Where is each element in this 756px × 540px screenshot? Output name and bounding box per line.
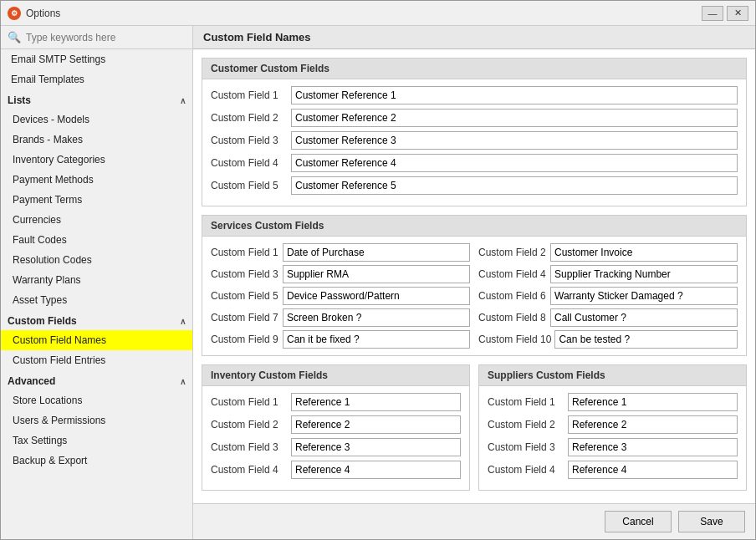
sidebar-item-asset-types[interactable]: Asset Types [1, 290, 192, 310]
main-header: Custom Field Names [193, 26, 755, 49]
suppliers-field-input-2[interactable] [568, 415, 738, 434]
services-field-input-2[interactable] [550, 243, 738, 262]
save-button[interactable]: Save [678, 511, 745, 532]
suppliers-field-input-3[interactable] [568, 438, 738, 456]
sidebar-item-custom-field-names[interactable]: Custom Field Names [1, 330, 192, 350]
suppliers-section-body: Custom Field 1 Custom Field 2 Custom Fie… [479, 386, 746, 490]
sidebar-item-brands-makes[interactable]: Brands - Makes [1, 130, 192, 150]
services-field-input-6[interactable] [550, 287, 738, 305]
bottom-panels: Inventory Custom Fields Custom Field 1 C… [202, 364, 747, 491]
services-field-label-1: Custom Field 1 [211, 247, 279, 258]
sidebar-item-backup-export[interactable]: Backup & Export [1, 451, 192, 471]
customer-section-body: Custom Field 1 Custom Field 2 Custom Fie… [202, 79, 746, 206]
services-custom-fields-panel: Services Custom Fields Custom Field 1 Cu… [202, 215, 747, 356]
services-field-row-5: Custom Field 5 [211, 287, 470, 305]
advanced-arrow-icon: ∧ [180, 377, 186, 386]
suppliers-field-label-1: Custom Field 1 [488, 396, 563, 408]
sidebar-item-inventory-categories[interactable]: Inventory Categories [1, 150, 192, 170]
customer-field-row-2: Custom Field 2 [211, 109, 738, 127]
inventory-field-row-2: Custom Field 2 [211, 415, 461, 434]
suppliers-custom-fields-panel: Suppliers Custom Fields Custom Field 1 C… [478, 364, 747, 491]
customer-field-label-1: Custom Field 1 [211, 89, 286, 101]
sidebar-item-resolution-codes[interactable]: Resolution Codes [1, 250, 192, 270]
inventory-field-input-4[interactable] [291, 461, 461, 479]
sidebar-item-payment-methods[interactable]: Payment Methods [1, 170, 192, 190]
inventory-field-label-1: Custom Field 1 [211, 396, 286, 408]
customer-field-input-4[interactable] [291, 154, 738, 172]
customer-field-row-3: Custom Field 3 [211, 131, 738, 150]
services-field-row-10: Custom Field 10 [478, 330, 738, 349]
inventory-field-input-3[interactable] [291, 438, 461, 456]
inventory-section-body: Custom Field 1 Custom Field 2 Custom Fie… [202, 386, 469, 490]
services-field-input-3[interactable] [283, 265, 470, 283]
sidebar-item-email-smtp[interactable]: Email SMTP Settings [1, 49, 192, 69]
services-field-input-10[interactable] [554, 330, 738, 349]
customer-field-input-5[interactable] [291, 176, 738, 195]
sidebar-section-advanced[interactable]: Advanced ∧ [1, 370, 192, 390]
customer-field-row-5: Custom Field 5 [211, 176, 738, 195]
services-field-label-8: Custom Field 8 [478, 312, 547, 323]
sidebar-item-fault-codes[interactable]: Fault Codes [1, 230, 192, 250]
sidebar-item-custom-field-entries[interactable]: Custom Field Entries [1, 350, 192, 370]
services-field-input-1[interactable] [283, 243, 470, 262]
customer-field-row-4: Custom Field 4 [211, 154, 738, 172]
suppliers-field-row-4: Custom Field 4 [488, 461, 738, 479]
inventory-field-label-4: Custom Field 4 [211, 464, 286, 476]
services-field-input-9[interactable] [283, 330, 470, 349]
sidebar-item-devices-models[interactable]: Devices - Models [1, 110, 192, 130]
inventory-field-label-3: Custom Field 3 [211, 441, 286, 453]
suppliers-field-input-1[interactable] [568, 393, 738, 411]
customer-custom-fields-panel: Customer Custom Fields Custom Field 1 Cu… [202, 58, 747, 206]
suppliers-section-header: Suppliers Custom Fields [479, 365, 746, 386]
sidebar-item-store-locations[interactable]: Store Locations [1, 390, 192, 410]
services-field-input-7[interactable] [283, 308, 470, 327]
services-field-input-5[interactable] [283, 287, 470, 305]
services-field-row-3: Custom Field 3 [211, 265, 470, 283]
sidebar-section-custom-fields[interactable]: Custom Fields ∧ [1, 310, 192, 330]
content-area: Customer Custom Fields Custom Field 1 Cu… [193, 49, 755, 503]
customer-field-label-2: Custom Field 2 [211, 112, 286, 124]
sidebar-section-lists-label: Lists [8, 94, 31, 106]
cancel-button[interactable]: Cancel [605, 511, 672, 532]
services-field-label-6: Custom Field 6 [478, 290, 547, 302]
sidebar-item-warranty-plans[interactable]: Warranty Plans [1, 270, 192, 290]
inventory-field-row-3: Custom Field 3 [211, 438, 461, 456]
inventory-field-label-2: Custom Field 2 [211, 419, 286, 430]
services-grid: Custom Field 1 Custom Field 2 Custom Fie… [211, 243, 738, 349]
customer-field-input-1[interactable] [291, 86, 738, 104]
services-field-input-4[interactable] [550, 265, 738, 283]
customer-section-header: Customer Custom Fields [202, 59, 746, 79]
sidebar-section-custom-fields-label: Custom Fields [8, 315, 77, 327]
search-icon: 🔍 [8, 31, 21, 43]
inventory-field-input-2[interactable] [291, 415, 461, 434]
services-field-row-6: Custom Field 6 [478, 287, 738, 305]
suppliers-field-input-4[interactable] [568, 461, 738, 479]
services-field-label-2: Custom Field 2 [478, 247, 547, 258]
sidebar-item-payment-terms[interactable]: Payment Terms [1, 190, 192, 210]
inventory-field-row-4: Custom Field 4 [211, 461, 461, 479]
minimize-button[interactable]: — [702, 6, 723, 21]
services-field-input-8[interactable] [550, 308, 738, 327]
customer-field-input-3[interactable] [291, 131, 738, 150]
sidebar-section-lists[interactable]: Lists ∧ [1, 89, 192, 110]
inventory-custom-fields-panel: Inventory Custom Fields Custom Field 1 C… [202, 364, 470, 491]
services-field-label-4: Custom Field 4 [478, 268, 547, 280]
customer-field-input-2[interactable] [291, 109, 738, 127]
suppliers-field-label-4: Custom Field 4 [488, 464, 563, 476]
inventory-section-header: Inventory Custom Fields [202, 365, 469, 386]
sidebar-item-email-templates[interactable]: Email Templates [1, 69, 192, 89]
services-field-row-2: Custom Field 2 [478, 243, 738, 262]
sidebar-item-currencies[interactable]: Currencies [1, 210, 192, 230]
sidebar-item-tax-settings[interactable]: Tax Settings [1, 430, 192, 451]
lists-arrow-icon: ∧ [180, 96, 186, 105]
window-title: Options [26, 8, 702, 19]
sidebar-scroll-wrapper: Email SMTP Settings Email Templates List… [1, 49, 192, 539]
search-input[interactable] [26, 32, 186, 43]
services-field-row-7: Custom Field 7 [211, 308, 470, 327]
main-window: ⚙ Options — ✕ 🔍 Email SMTP Settings Emai… [0, 0, 756, 540]
inventory-field-input-1[interactable] [291, 393, 461, 411]
close-button[interactable]: ✕ [727, 6, 748, 21]
sidebar-item-users-permissions[interactable]: Users & Permissions [1, 410, 192, 430]
services-field-row-4: Custom Field 4 [478, 265, 738, 283]
services-field-label-7: Custom Field 7 [211, 312, 279, 323]
